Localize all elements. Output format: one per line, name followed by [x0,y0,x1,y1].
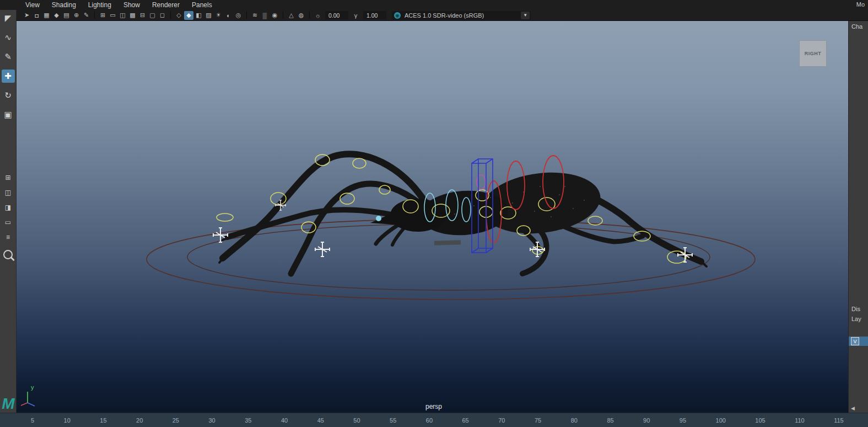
pan-zoom-icon[interactable]: ⊕ [72,11,81,20]
tool-box: ◤ ∿ ✎ ✚ ↻ ▣ ⊞ ◫ ◨ ▭ ≡ M [0,10,17,413]
film-gate-icon[interactable]: ▭ [108,11,117,20]
channel-box-panel-edge: Cha Dis Lay V ◀ [848,21,868,413]
time-tick: 20 [136,417,143,424]
color-space-label: ACES 1.0 SDR-video (sRGB) [405,12,517,19]
image-plane-icon[interactable]: ▤ [62,11,71,20]
panel-menu-bar: View Shading Lighting Show Renderer Pane… [0,0,868,10]
layout-two-pane-icon[interactable]: ◫ [2,188,15,197]
lasso-tool-icon[interactable]: ∿ [2,31,15,44]
panel-collapse-arrow-icon[interactable]: ◀ [851,405,855,411]
perspective-viewport[interactable]: y persp RIGHT [17,21,849,413]
exposure-field[interactable]: 0.00 [325,11,348,19]
display-tab[interactable]: Dis [851,306,860,312]
time-tick: 45 [317,417,324,424]
safe-action-icon[interactable]: ▢ [148,11,157,20]
time-slider[interactable]: 5 10 15 20 25 30 35 40 45 50 55 60 65 70… [0,413,868,427]
layer-visibility-checkbox[interactable]: V [851,337,859,345]
time-tick: 5 [31,417,34,424]
smooth-shade-icon[interactable]: ◆ [184,11,193,20]
time-tick: 25 [172,417,179,424]
layer-row[interactable]: V [849,337,868,346]
right-edge-menu-label: Mo [856,1,865,8]
toolbar-separator [309,12,310,19]
gate-mask-icon[interactable]: ▩ [128,11,137,20]
textured-icon[interactable]: ◧ [194,11,203,20]
menu-lighting[interactable]: Lighting [88,0,111,10]
shadows-icon[interactable]: ◐ [224,11,233,20]
wireframe-icon[interactable]: ◇ [174,11,184,20]
safe-title-icon[interactable]: ◻ [158,11,167,20]
time-tick: 30 [208,417,215,424]
time-tick: 90 [643,417,650,424]
time-tick: 35 [245,417,251,424]
resolution-gate-icon[interactable]: ◫ [118,11,127,20]
menu-renderer[interactable]: Renderer [152,0,180,10]
menu-show[interactable]: Show [123,0,140,10]
select-camera-icon[interactable]: ➤ [22,11,31,20]
time-tick: 100 [716,417,726,424]
grease-pencil-icon[interactable]: ✎ [82,11,91,20]
chevron-down-icon[interactable]: ▼ [521,12,530,19]
xray-icon[interactable]: ◍ [296,11,306,20]
outliner-layout-icon[interactable]: ≡ [2,233,15,242]
viewport-icon-toolbar: ➤ ◘ ▦ ◆ ▤ ⊕ ✎ ⊞ ▭ ◫ ▩ ⊟ ▢ ◻ ◇ ◆ ◧ ▨ ☀ ◐ … [17,10,868,21]
zoom-tool-icon[interactable] [2,248,15,261]
gamma-icon[interactable]: γ [351,11,360,20]
grid-toggle-icon[interactable]: ⊞ [98,11,107,20]
time-tick: 65 [462,417,469,424]
toolbar-separator [170,12,171,19]
time-tick: 60 [426,417,433,424]
scale-tool-icon[interactable]: ▣ [2,108,15,121]
multisample-icon[interactable]: ▒ [260,11,269,20]
time-tick: 55 [390,417,396,424]
exposure-icon[interactable]: ☼ [313,11,322,20]
channel-box-tab[interactable]: Cha [851,23,862,30]
paint-select-tool-icon[interactable]: ✎ [2,50,15,63]
maya-logo: M [0,393,17,415]
time-tick: 10 [64,417,71,424]
time-tick: 110 [795,417,805,424]
menu-panels[interactable]: Panels [192,0,212,10]
time-tick: 50 [353,417,360,424]
time-tick: 115 [834,417,844,424]
axis-indicator: y [21,384,35,406]
use-all-lights-icon[interactable]: ☀ [214,11,223,20]
layout-four-view-icon[interactable]: ⊞ [2,173,15,182]
layout-three-pane-icon[interactable]: ◨ [2,203,15,212]
time-tick: 95 [680,417,686,424]
rotate-tool-icon[interactable]: ↻ [2,89,15,102]
time-tick: 70 [498,417,505,424]
time-tick: 40 [281,417,288,424]
color-managed-icon: ◉ [394,12,401,19]
bookmark-icon[interactable]: ◆ [52,11,61,20]
ambient-occlusion-icon[interactable]: ◎ [234,11,243,20]
checker-icon[interactable]: ▨ [204,11,213,20]
select-tool-icon[interactable]: ◤ [2,12,15,25]
gamma-field[interactable]: 1.00 [363,11,386,19]
menu-shading[interactable]: Shading [52,0,76,10]
ground-widget[interactable] [434,240,461,245]
field-chart-icon[interactable]: ⊟ [138,11,147,20]
color-space-dropdown[interactable]: ◉ ACES 1.0 SDR-video (sRGB) ▼ [392,11,531,20]
move-tool-icon[interactable]: ✚ [2,70,15,83]
camera-attributes-icon[interactable]: ▦ [42,11,51,20]
spider-model[interactable] [219,154,707,274]
lock-camera-icon[interactable]: ◘ [32,11,41,20]
layer-tab[interactable]: Lay [851,316,861,322]
viewport-canvas[interactable]: y persp [17,21,849,413]
menu-view[interactable]: View [25,0,40,10]
isolate-select-icon[interactable]: △ [287,11,296,20]
time-tick: 105 [755,417,765,424]
axis-y-label: y [31,384,34,391]
toolbar-separator [94,12,95,19]
time-tick: 75 [535,417,541,424]
toolbar-separator [283,12,283,19]
camera-label: persp [425,403,442,410]
time-tick: 85 [607,417,613,424]
layout-single-pane-icon[interactable]: ▭ [2,218,15,227]
magnifier-icon [3,250,13,259]
depth-of-field-icon[interactable]: ◉ [270,11,279,20]
time-tick: 80 [571,417,578,424]
viewcube-right-face[interactable]: RIGHT [799,40,827,67]
motion-blur-icon[interactable]: ≋ [250,11,260,20]
